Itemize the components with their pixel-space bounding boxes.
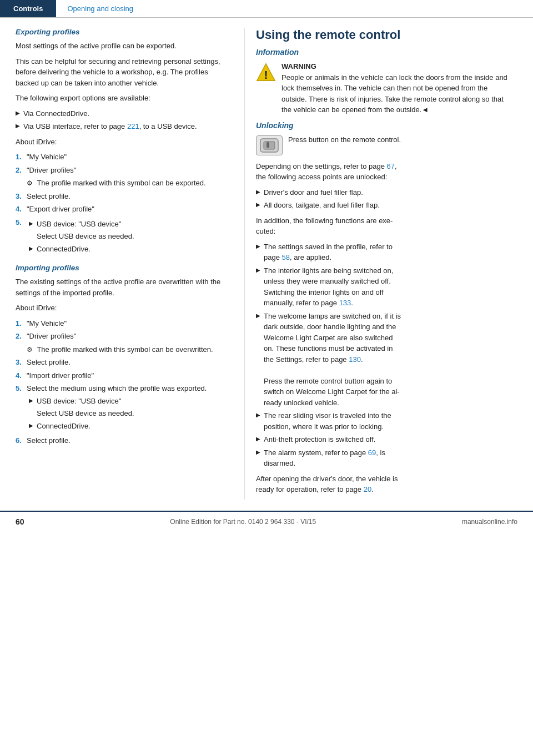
warning-icon: ! [256, 62, 276, 82]
list-item: 2. "Driver profiles" [16, 331, 231, 342]
list-item: ▶ The alarm system, refer to page 69, is… [256, 447, 514, 469]
exporting-title: Exporting profiles [16, 28, 231, 36]
list-item: 2. "Driver profiles" [16, 165, 231, 176]
addition-p: In addition, the following functions are… [256, 215, 514, 237]
list-item: ▶ Via USB interface, refer to page 221, … [16, 121, 231, 132]
page-footer: 60 Online Edition for Part no. 0140 2 96… [0, 511, 533, 532]
page-number: 60 [16, 517, 24, 526]
export-option-2: Via USB interface, refer to page 221, to… [23, 121, 197, 132]
list-item: 6. Select profile. [16, 435, 231, 446]
left-column: Exporting profiles Most settings of the … [0, 28, 244, 500]
list-item: ⚙ The profile marked with this symbol ca… [16, 178, 231, 189]
sub-bullet-list: ▶ USB device: "USB device" Select USB de… [29, 219, 231, 255]
list-item: ▶ USB device: "USB device" [29, 396, 231, 407]
list-item: 1. "My Vehicle" [16, 318, 231, 329]
triangle-icon: ▶ [256, 188, 260, 196]
exporting-p3: The following export options are availab… [16, 93, 231, 104]
triangle-icon: ▶ [256, 200, 260, 209]
triangle-icon: ▶ [256, 311, 260, 320]
right-column: Using the remote control Information ! W… [244, 28, 527, 500]
page-link-69[interactable]: 69 [368, 448, 376, 457]
importing-title: Importing profiles [16, 264, 231, 272]
export-option-1: Via ConnectedDrive. [23, 108, 89, 119]
main-content: Exporting profiles Most settings of the … [0, 18, 533, 500]
list-item: 3. Select profile. [16, 357, 231, 368]
list-item: ▶ ConnectedDrive. [29, 421, 231, 432]
list-item: Select USB device as needed. [29, 231, 231, 242]
page-header: Controls Opening and closing [0, 0, 533, 18]
exporting-section: Exporting profiles Most settings of the … [16, 28, 231, 256]
unlock-instruction-text: Press button on the remote control. [288, 134, 401, 145]
list-item: ▶ The settings saved in the profile, ref… [256, 241, 514, 263]
header-opening-tab: Opening and closing [56, 0, 144, 17]
triangle-icon: ▶ [16, 109, 20, 117]
page-link-58[interactable]: 58 [282, 253, 290, 261]
controls-label: Controls [13, 4, 43, 13]
list-item: ▶ The welcome lamps are switched on, if … [256, 311, 514, 409]
list-item: 4. "Import driver profile" [16, 370, 231, 381]
list-item: ▶ Anti-theft protection is switched off. [256, 434, 514, 445]
gear-icon: ⚙ [27, 346, 33, 354]
importing-section: Importing profiles The existing settings… [16, 264, 231, 446]
header-controls-tab: Controls [0, 0, 56, 17]
page-link[interactable]: 221 [127, 122, 139, 130]
site-label: manualsonline.info [462, 518, 517, 526]
triangle-icon: ▶ [256, 411, 260, 419]
svg-text:!: ! [264, 69, 268, 81]
list-item: ▶ USB device: "USB device" [29, 219, 231, 230]
remote-control-title: Using the remote control [256, 28, 514, 42]
exporting-p2: This can be helpful for securing and ret… [16, 56, 231, 89]
list-item: Select USB device as needed. [29, 408, 231, 419]
list-item: ▶ The rear sliding visor is traveled int… [256, 410, 514, 432]
unlock-button-image [256, 135, 283, 155]
list-item: ▶ Via ConnectedDrive. [16, 108, 231, 119]
page-link-20[interactable]: 20 [364, 485, 371, 493]
export-options-list: ▶ Via ConnectedDrive. ▶ Via USB interfac… [16, 108, 231, 132]
warning-box: ! WARNING People or animals in the vehic… [256, 61, 514, 115]
triangle-icon: ▶ [29, 396, 33, 405]
gear-icon: ⚙ [27, 179, 33, 187]
import-steps-list: 1. "My Vehicle" 2. "Driver profiles" ⚙ T… [16, 318, 231, 446]
page-link-133[interactable]: 133 [339, 299, 351, 307]
list-item: ▶ The interior lights are being switched… [256, 265, 514, 309]
unlocking-subtitle: Unlocking [256, 121, 514, 130]
triangle-icon: ▶ [29, 219, 33, 228]
access-points-list: ▶ Driver's door and fuel filler flap. ▶ … [256, 187, 514, 211]
exporting-p1: Most settings of the active profile can … [16, 41, 231, 52]
triangle-icon: ▶ [256, 435, 260, 443]
list-item: 5. Select the medium using which the pro… [16, 383, 231, 433]
about-idrive-label: About iDrive: [16, 137, 231, 148]
functions-list: ▶ The settings saved in the profile, ref… [256, 241, 514, 469]
list-item: 5. ▶ USB device: "USB device" Select USB… [16, 217, 231, 256]
triangle-icon: ▶ [256, 448, 260, 456]
triangle-icon: ▶ [256, 242, 260, 250]
after-opening-p: After opening the driver's door, the veh… [256, 473, 514, 495]
triangle-icon: ▶ [256, 266, 260, 274]
triangle-icon: ▶ [29, 244, 33, 253]
importing-p1: The existing settings of the active prof… [16, 276, 231, 298]
export-steps-list: 1. "My Vehicle" 2. "Driver profiles" ⚙ T… [16, 152, 231, 256]
edition-text: Online Edition for Part no. 0140 2 964 3… [170, 518, 316, 526]
warning-text: WARNING People or animals in the vehicle… [281, 61, 514, 115]
information-subtitle: Information [256, 48, 514, 57]
unlocking-p1: Depending on the settings, refer to page… [256, 161, 514, 183]
list-item: ▶ Driver's door and fuel filler flap. [256, 187, 514, 198]
list-item: 1. "My Vehicle" [16, 152, 231, 163]
list-item: 4. "Export driver profile" [16, 204, 231, 215]
sub-bullet-list: ▶ USB device: "USB device" Select USB de… [29, 396, 231, 432]
page-link-67[interactable]: 67 [387, 162, 395, 170]
triangle-icon: ▶ [29, 421, 33, 430]
warning-body: People or animals in the vehicle can loc… [281, 73, 507, 114]
page-link-130[interactable]: 130 [349, 355, 361, 364]
list-item: ▶ All doors, tailgate, and fuel filler f… [256, 200, 514, 211]
unlock-instruction-row: Press button on the remote control. [256, 134, 514, 155]
list-item: ▶ ConnectedDrive. [29, 244, 231, 255]
triangle-icon: ▶ [16, 122, 20, 130]
list-item: ⚙ The profile marked with this symbol ca… [16, 344, 231, 355]
list-item: 3. Select profile. [16, 191, 231, 202]
warning-label: WARNING [281, 62, 316, 70]
import-about-idrive: About iDrive: [16, 303, 231, 314]
opening-label: Opening and closing [67, 4, 133, 13]
